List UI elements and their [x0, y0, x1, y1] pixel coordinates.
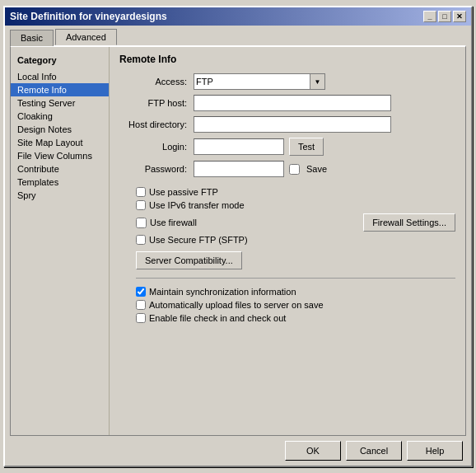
passive-ftp-row: Use passive FTP: [119, 187, 455, 197]
ipv6-label: Use IPv6 transfer mode: [149, 200, 245, 210]
check-inout-checkbox[interactable]: [136, 313, 146, 323]
sidebar-item-testing-server[interactable]: Testing Server: [11, 96, 109, 110]
firewall-checkbox[interactable]: [136, 218, 147, 228]
sidebar-item-site-map-layout[interactable]: Site Map Layout: [11, 136, 109, 149]
firewall-left: Use firewall: [136, 218, 197, 228]
sidebar-item-spry[interactable]: Spry: [11, 189, 109, 202]
sidebar-item-templates[interactable]: Templates: [11, 176, 109, 189]
close-button[interactable]: ✕: [453, 11, 466, 22]
passive-ftp-checkbox[interactable]: [136, 187, 146, 197]
auto-upload-checkbox[interactable]: [136, 300, 146, 310]
host-dir-row: Host directory:: [119, 116, 455, 133]
tabs-row: Basic Advanced: [5, 26, 471, 45]
title-bar: Site Definition for vineyardesigns _ □ ✕: [5, 7, 471, 26]
tab-basic[interactable]: Basic: [10, 30, 54, 46]
sftp-label: Use Secure FTP (SFTP): [149, 235, 248, 245]
password-input[interactable]: [194, 161, 284, 177]
host-dir-input[interactable]: [194, 116, 391, 133]
login-label: Login:: [119, 142, 194, 152]
save-label: Save: [306, 164, 327, 174]
sftp-row: Use Secure FTP (SFTP): [119, 235, 455, 245]
access-select-wrapper[interactable]: FTP Local/Network WebDAV RDS SourceSafe …: [194, 73, 325, 90]
cancel-button[interactable]: Cancel: [346, 441, 402, 461]
ok-button[interactable]: OK: [285, 441, 341, 461]
firewall-row: Use firewall Firewall Settings...: [119, 213, 455, 232]
ipv6-row: Use IPv6 transfer mode: [119, 200, 455, 210]
login-input[interactable]: [194, 138, 284, 155]
access-select[interactable]: FTP Local/Network WebDAV RDS SourceSafe …: [194, 74, 310, 89]
ftp-host-row: FTP host:: [119, 95, 455, 111]
tab-content: Category Local Info Remote Info Testing …: [10, 45, 466, 436]
firewall-label: Use firewall: [150, 218, 197, 227]
sftp-checkbox[interactable]: [136, 235, 146, 245]
maximize-button[interactable]: □: [438, 11, 451, 22]
maintain-sync-row: Maintain synchronization information: [119, 287, 455, 297]
check-inout-row: Enable file check in and check out: [119, 313, 455, 323]
save-checkbox[interactable]: [289, 164, 300, 175]
sidebar-title: Category: [11, 54, 109, 70]
login-controls: Test: [194, 138, 324, 156]
sidebar-item-remote-info[interactable]: Remote Info: [11, 83, 109, 96]
maintain-sync-checkbox[interactable]: [136, 287, 146, 297]
auto-upload-row: Automatically upload files to server on …: [119, 300, 455, 310]
password-label: Password:: [119, 164, 194, 174]
access-label: Access:: [119, 77, 194, 87]
maintain-sync-label: Maintain synchronization information: [149, 287, 296, 297]
passive-ftp-label: Use passive FTP: [149, 187, 218, 197]
password-controls: Save: [194, 161, 327, 177]
check-inout-label: Enable file check in and check out: [149, 313, 286, 323]
sidebar-item-design-notes[interactable]: Design Notes: [11, 123, 109, 136]
panel-title: Remote Info: [119, 54, 455, 65]
firewall-settings-button[interactable]: Firewall Settings...: [363, 213, 455, 232]
password-row: Password: Save: [119, 161, 455, 177]
main-window: Site Definition for vineyardesigns _ □ ✕…: [3, 6, 473, 467]
divider: [136, 278, 455, 279]
auto-upload-label: Automatically upload files to server on …: [149, 300, 324, 310]
sidebar-item-contribute[interactable]: Contribute: [11, 162, 109, 176]
minimize-button[interactable]: _: [423, 11, 436, 22]
sidebar-item-file-view-columns[interactable]: File View Columns: [11, 149, 109, 162]
test-button[interactable]: Test: [289, 138, 324, 156]
tab-advanced[interactable]: Advanced: [55, 29, 117, 45]
title-bar-buttons: _ □ ✕: [423, 11, 466, 22]
login-row: Login: Test: [119, 138, 455, 156]
sidebar-item-cloaking[interactable]: Cloaking: [11, 110, 109, 123]
server-compat-button[interactable]: Server Compatibility...: [136, 251, 242, 269]
host-dir-label: Host directory:: [119, 119, 194, 129]
main-panel: Remote Info Access: FTP Local/Network We…: [110, 47, 465, 435]
access-row: Access: FTP Local/Network WebDAV RDS Sou…: [119, 73, 455, 90]
window-title: Site Definition for vineyardesigns: [10, 11, 167, 22]
help-button[interactable]: Help: [407, 441, 463, 461]
ipv6-checkbox[interactable]: [136, 200, 146, 210]
ftp-host-input[interactable]: [194, 95, 391, 111]
ftp-host-label: FTP host:: [119, 98, 194, 108]
bottom-buttons: OK Cancel Help: [5, 436, 471, 466]
sidebar-item-local-info[interactable]: Local Info: [11, 70, 109, 83]
sidebar: Category Local Info Remote Info Testing …: [11, 47, 110, 435]
server-compat-row: Server Compatibility...: [119, 251, 455, 269]
select-arrow-icon[interactable]: ▼: [310, 74, 324, 89]
